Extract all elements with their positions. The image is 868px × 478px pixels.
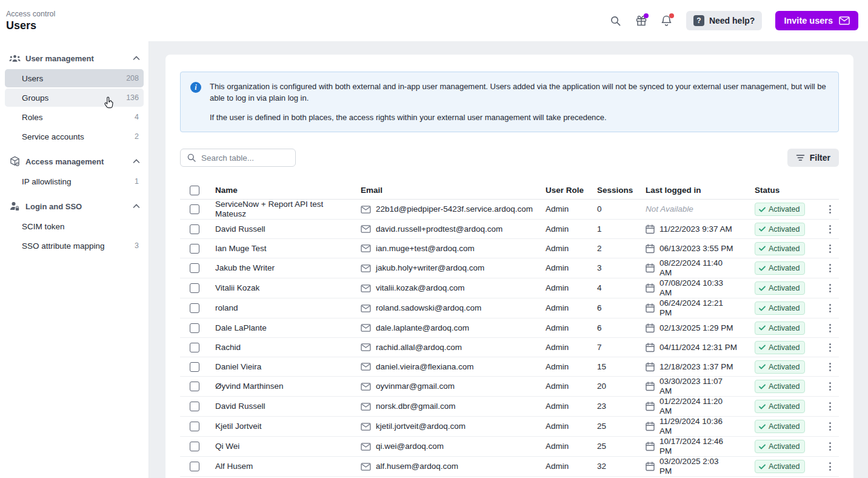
table-row[interactable]: Kjetil Jortveit kjetil.jortveit@ardoq.co… — [180, 417, 839, 437]
column-header-sessions[interactable]: Sessions — [587, 186, 636, 195]
table-row[interactable]: Ian Muge Test ian.muge+test@ardoq.com Ad… — [180, 239, 839, 258]
user-email: daniel.vieira@flexiana.com — [376, 362, 474, 372]
gift-icon[interactable] — [635, 15, 647, 27]
bell-icon[interactable] — [661, 15, 673, 27]
row-menu-button[interactable] — [826, 242, 835, 255]
chevron-up-icon[interactable] — [133, 159, 140, 164]
status-label: Activated — [769, 422, 800, 431]
column-header-email[interactable]: Email — [351, 186, 536, 195]
sidebar-item-sso-attribute-mapping[interactable]: SSO attribute mapping 3 — [5, 237, 144, 255]
table-header-row: Name Email User Role Sessions Last logge… — [180, 183, 839, 200]
user-email: kjetil.jortveit@ardoq.com — [376, 422, 466, 431]
top-bar: Access control Users ? Need help? Invite… — [0, 0, 868, 41]
table-row[interactable]: Daniel Vieira daniel.vieira@flexiana.com… — [180, 357, 839, 377]
sidebar-section-header[interactable]: User management — [0, 49, 149, 68]
sidebar-section-header[interactable]: Login and SSO — [0, 197, 149, 216]
column-header-role[interactable]: User Role — [536, 186, 587, 195]
invite-users-button[interactable]: Invite users — [775, 11, 858, 30]
check-icon — [759, 345, 766, 350]
sidebar-item-service-accounts[interactable]: Service accounts 2 — [5, 127, 144, 146]
table-row[interactable]: Dale LaPlante dale.laplante@ardoq.com Ad… — [180, 318, 839, 338]
column-header-status[interactable]: Status — [745, 186, 812, 195]
sidebar-item-ip-allowlisting[interactable]: IP allowlisting 1 — [5, 172, 144, 190]
row-checkbox[interactable] — [190, 224, 199, 234]
row-menu-button[interactable] — [826, 261, 835, 275]
calendar-icon — [646, 343, 655, 352]
user-sessions: 7 — [587, 343, 636, 352]
search-input[interactable] — [201, 153, 289, 163]
table-row[interactable]: Qi Wei qi.wei@ardoq.com Admin 25 10/17/2… — [180, 437, 839, 457]
sidebar-item-roles[interactable]: Roles 4 — [5, 108, 144, 126]
row-checkbox[interactable] — [190, 323, 199, 333]
row-checkbox[interactable] — [190, 263, 199, 273]
chevron-up-icon[interactable] — [133, 204, 140, 209]
sidebar-item-groups[interactable]: Groups 136 — [5, 89, 144, 107]
row-checkbox[interactable] — [190, 422, 199, 431]
row-menu-button[interactable] — [826, 203, 835, 216]
last-login: 12/18/2023 1:37 PM — [659, 362, 733, 372]
table-row[interactable]: David Russell norsk.dbr@gmail.com Admin … — [180, 397, 839, 417]
table-row[interactable]: Jakub the Writer jakub.holy+writer@ardoq… — [180, 258, 839, 278]
row-checkbox[interactable] — [190, 283, 199, 293]
sidebar-item-label: Groups — [22, 93, 126, 103]
user-name: David Russell — [205, 402, 351, 411]
row-checkbox[interactable] — [190, 402, 199, 411]
row-menu-button[interactable] — [826, 360, 835, 374]
status-badge: Activated — [755, 261, 805, 275]
filter-button[interactable]: Filter — [787, 149, 839, 167]
row-checkbox[interactable] — [190, 204, 199, 214]
sidebar-item-count: 4 — [135, 113, 139, 121]
status-label: Activated — [769, 382, 800, 391]
row-menu-button[interactable] — [826, 400, 835, 413]
row-menu-button[interactable] — [826, 380, 835, 393]
status-badge: Activated — [755, 400, 805, 413]
table-row[interactable]: Rachid rachid.allal@ardoq.com Admin 7 04… — [180, 338, 839, 357]
row-checkbox[interactable] — [190, 244, 199, 254]
status-label: Activated — [769, 323, 800, 333]
row-checkbox[interactable] — [190, 382, 199, 391]
search-icon — [187, 153, 196, 163]
row-menu-button[interactable] — [826, 440, 835, 453]
table-search[interactable] — [180, 149, 296, 167]
user-role: Admin — [536, 442, 587, 451]
chevron-up-icon[interactable] — [133, 56, 140, 61]
sidebar-item-scim-token[interactable]: SCIM token — [5, 217, 144, 235]
sidebar-section-header[interactable]: Access management — [0, 152, 149, 171]
table-row[interactable]: Alf Husem alf.husem@ardoq.com Admin 32 0… — [180, 457, 839, 477]
check-icon — [759, 266, 766, 271]
row-menu-button[interactable] — [826, 341, 835, 354]
row-checkbox[interactable] — [190, 462, 199, 471]
info-banner: i This organization is configured with b… — [180, 72, 839, 132]
select-all-checkbox[interactable] — [190, 186, 199, 195]
table-row[interactable]: roland roland.sadowski@ardoq.com Admin 6… — [180, 298, 839, 318]
status-label: Activated — [769, 303, 800, 313]
table-row[interactable]: ServiceNow + Report API test Mateusz 22b… — [180, 200, 839, 220]
table-row[interactable]: Øyvind Marthinsen oyvinmar@gmail.com Adm… — [180, 377, 839, 397]
email-icon — [361, 225, 371, 233]
row-menu-button[interactable] — [826, 223, 835, 236]
row-menu-button[interactable] — [826, 321, 835, 335]
user-email: oyvinmar@gmail.com — [376, 382, 455, 391]
table-row[interactable]: David Russell david.russell+prodtest@ard… — [180, 220, 839, 239]
row-menu-button[interactable] — [826, 281, 835, 295]
user-name: Kjetil Jortveit — [205, 422, 351, 431]
user-sessions: 20 — [587, 382, 636, 391]
sidebar-item-count: 2 — [135, 132, 139, 141]
row-checkbox[interactable] — [190, 442, 199, 451]
row-menu-button[interactable] — [826, 301, 835, 315]
column-header-last-logged-in[interactable]: Last logged in — [636, 186, 745, 195]
row-menu-button[interactable] — [826, 460, 835, 473]
users-card: i This organization is configured with b… — [165, 55, 853, 478]
need-help-button[interactable]: ? Need help? — [686, 11, 762, 30]
column-header-name[interactable]: Name — [205, 186, 351, 195]
row-checkbox[interactable] — [190, 303, 199, 313]
last-login: Not Available — [646, 204, 693, 214]
user-name: Alf Husem — [205, 462, 351, 471]
row-checkbox[interactable] — [190, 343, 199, 352]
search-icon[interactable] — [610, 15, 622, 27]
user-email: roland.sadowski@ardoq.com — [376, 303, 481, 313]
table-row[interactable]: Vitalii Kozak vitalii.kozak@ardoq.com Ad… — [180, 278, 839, 298]
row-menu-button[interactable] — [826, 420, 835, 433]
sidebar-item-users[interactable]: Users 208 — [5, 69, 144, 87]
row-checkbox[interactable] — [190, 362, 199, 372]
